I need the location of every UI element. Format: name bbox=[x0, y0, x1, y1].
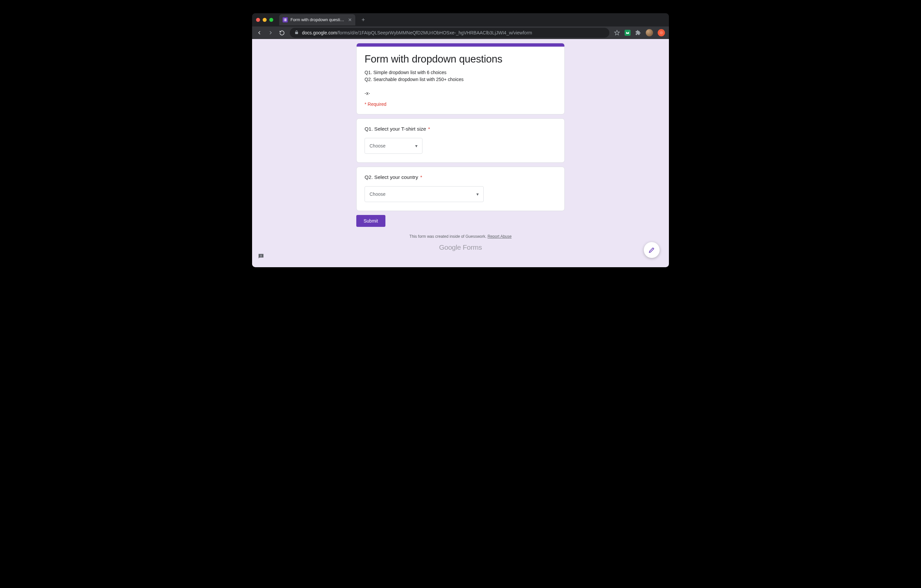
new-tab-button[interactable]: + bbox=[359, 15, 368, 24]
svg-rect-7 bbox=[261, 256, 261, 257]
minimize-window-button[interactable] bbox=[263, 18, 267, 22]
svg-rect-0 bbox=[284, 18, 285, 19]
dropdown-placeholder: Choose bbox=[369, 143, 386, 148]
edit-form-fab[interactable] bbox=[644, 242, 660, 258]
window-controls bbox=[256, 18, 273, 22]
secondary-profile-icon[interactable] bbox=[658, 29, 665, 36]
required-indicator: * Required bbox=[364, 102, 557, 107]
mail-extension-icon[interactable] bbox=[625, 30, 631, 36]
tab-title: Form with dropdown questions bbox=[290, 18, 345, 22]
bookmark-star-icon[interactable] bbox=[614, 30, 620, 36]
question-1-label: Q1. Select your T-shirt size * bbox=[364, 126, 557, 132]
question-card-2: Q2. Select your country * Choose ▾ bbox=[356, 167, 565, 211]
profile-avatar[interactable] bbox=[646, 29, 653, 36]
form-header-card: Form with dropdown questions Q1. Simple … bbox=[356, 43, 565, 114]
svg-rect-1 bbox=[285, 18, 286, 19]
forward-button[interactable] bbox=[267, 29, 274, 36]
submit-row: Submit bbox=[356, 215, 565, 227]
submit-button[interactable]: Submit bbox=[356, 215, 386, 227]
question-card-1: Q1. Select your T-shirt size * Choose ▾ bbox=[356, 119, 565, 163]
extensions-icon[interactable] bbox=[635, 30, 641, 36]
form-description: Q1. Simple dropdown list with 6 choices … bbox=[364, 69, 557, 97]
svg-rect-4 bbox=[284, 21, 285, 21]
question-2-label: Q2. Select your country * bbox=[364, 174, 557, 180]
close-window-button[interactable] bbox=[256, 18, 260, 22]
form-title: Form with dropdown questions bbox=[364, 53, 557, 65]
url-text: docs.google.com/forms/d/e/1FAIpQLSeeprWy… bbox=[302, 30, 532, 36]
browser-toolbar: docs.google.com/forms/d/e/1FAIpQLSeeprWy… bbox=[252, 26, 669, 39]
forms-favicon-icon bbox=[283, 17, 288, 23]
google-forms-branding[interactable]: Google Forms bbox=[356, 244, 565, 251]
country-dropdown[interactable]: Choose ▾ bbox=[364, 186, 484, 202]
tshirt-size-dropdown[interactable]: Choose ▾ bbox=[364, 138, 423, 154]
form-footer-note: This form was created inside of Guesswor… bbox=[356, 234, 565, 239]
address-bar[interactable]: docs.google.com/forms/d/e/1FAIpQLSeeprWy… bbox=[290, 28, 609, 38]
lock-icon bbox=[295, 30, 299, 36]
svg-rect-6 bbox=[261, 255, 261, 256]
caret-down-icon: ▾ bbox=[415, 143, 418, 148]
reload-button[interactable] bbox=[278, 29, 285, 36]
page-viewport: Form with dropdown questions Q1. Simple … bbox=[252, 39, 669, 267]
maximize-window-button[interactable] bbox=[269, 18, 273, 22]
header-accent bbox=[356, 43, 565, 47]
caret-down-icon: ▾ bbox=[477, 192, 479, 197]
svg-rect-5 bbox=[285, 21, 286, 21]
dropdown-placeholder: Choose bbox=[369, 192, 386, 197]
close-tab-icon[interactable]: ✕ bbox=[348, 17, 352, 23]
report-abuse-link[interactable]: Report Abuse bbox=[488, 234, 512, 239]
browser-tab[interactable]: Form with dropdown questions ✕ bbox=[279, 14, 355, 26]
form-container: Form with dropdown questions Q1. Simple … bbox=[356, 39, 565, 251]
browser-window: Form with dropdown questions ✕ + docs.go… bbox=[252, 13, 669, 267]
svg-rect-3 bbox=[285, 19, 286, 20]
back-button[interactable] bbox=[256, 29, 263, 36]
svg-rect-2 bbox=[284, 19, 285, 20]
tab-bar: Form with dropdown questions ✕ + bbox=[252, 13, 669, 26]
toolbar-actions bbox=[614, 29, 665, 36]
feedback-icon[interactable] bbox=[257, 253, 265, 260]
